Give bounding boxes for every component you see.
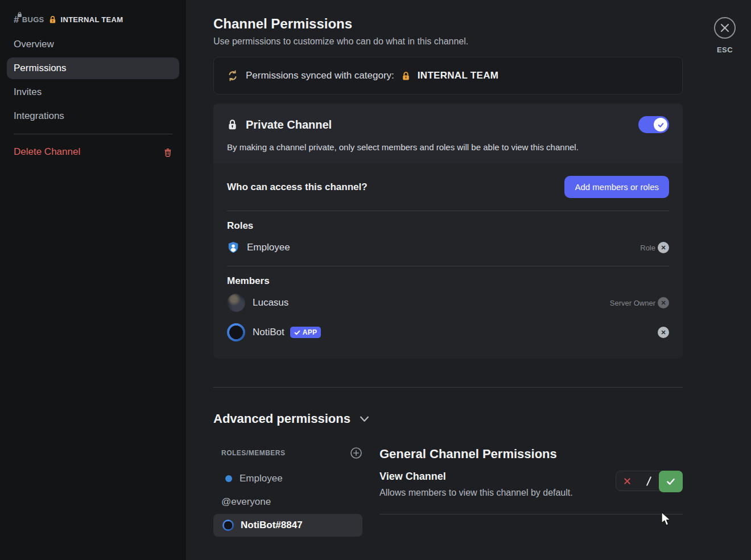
sidebar-item-invites[interactable]: Invites (7, 81, 179, 103)
permission-detail-panel: General Channel Permissions View Channel… (379, 447, 683, 537)
private-lock-icon (227, 119, 238, 130)
sync-banner-text: Permissions synced with category: (246, 70, 394, 81)
channel-settings-window: # BUGS INTERNAL TEAM Overview Permission… (0, 0, 751, 560)
sidebar-item-overview[interactable]: Overview (7, 34, 179, 55)
members-section: Members Lucasus Server Owner ✕ NotiBot (227, 266, 669, 351)
add-role-member-icon[interactable] (350, 447, 362, 459)
toggle-knob-check-icon (654, 118, 667, 131)
page-title: Channel Permissions (213, 16, 683, 32)
neutral-slash-icon (645, 476, 653, 486)
roles-heading: Roles (227, 220, 669, 232)
list-item-label: Employee (240, 473, 283, 484)
sidebar-nav: Overview Permissions Invites Integration… (0, 34, 186, 127)
roles-members-heading: ROLES/MEMBERS (221, 449, 286, 457)
advanced-permissions-toggle[interactable]: Advanced permissions (213, 411, 683, 426)
section-divider (213, 387, 683, 388)
role-tag: Role (640, 244, 655, 252)
channel-context-header: # BUGS INTERNAL TEAM (14, 15, 186, 24)
sidebar-item-label: Invites (14, 87, 42, 98)
member-name: Lucasus (253, 297, 288, 308)
app-badge-label: APP (303, 328, 317, 336)
advanced-permissions-title: Advanced permissions (213, 411, 350, 426)
app-badge-check-icon (294, 330, 300, 336)
general-permissions-title: General Channel Permissions (379, 447, 683, 462)
private-channel-card: Private Channel By making a channel priv… (213, 104, 683, 359)
roles-section: Roles Employee Role ✕ (227, 211, 669, 266)
esc-label: ESC (713, 46, 737, 54)
close-x-icon (713, 16, 737, 40)
list-item-label: NotiBot#8847 (241, 520, 303, 531)
member-avatar (227, 294, 245, 312)
chevron-down-icon (360, 415, 369, 423)
allow-button[interactable] (659, 471, 683, 492)
neutral-button[interactable] (638, 471, 659, 491)
app-badge: APP (290, 327, 321, 338)
list-item-notibot[interactable]: NotiBot#8847 (213, 514, 362, 537)
private-channel-description: By making a channel private, only select… (227, 142, 669, 152)
private-channel-title: Private Channel (246, 118, 332, 131)
sidebar-item-label: Integrations (14, 110, 64, 122)
channel-hash-lock-icon: # (14, 15, 19, 24)
permission-tri-state-control (616, 471, 683, 491)
deny-button[interactable] (616, 471, 638, 491)
role-name: Employee (247, 242, 290, 253)
sidebar-item-integrations[interactable]: Integrations (7, 105, 179, 127)
list-item-everyone[interactable]: @everyone (213, 491, 362, 513)
sync-icon (226, 69, 239, 82)
list-item-employee[interactable]: Employee (213, 467, 362, 490)
close-area: ESC (713, 16, 737, 54)
access-question: Who can access this channel? (227, 182, 368, 193)
settings-main: Channel Permissions Use permissions to c… (186, 0, 751, 560)
role-row: Employee Role ✕ (227, 233, 669, 262)
sidebar-item-label: Overview (14, 39, 54, 50)
role-dot-icon (225, 475, 232, 482)
sync-banner: Permissions synced with category: INTERN… (213, 57, 683, 94)
deny-x-icon (623, 477, 632, 485)
remove-member-button[interactable]: ✕ (658, 297, 669, 308)
advanced-permissions-panel: ROLES/MEMBERS Employee @everyone (213, 447, 683, 537)
bot-avatar-small (222, 520, 234, 531)
access-panel: Who can access this channel? Add members… (213, 163, 683, 359)
sidebar-item-permissions[interactable]: Permissions (7, 57, 179, 79)
trash-icon (163, 147, 172, 157)
remove-member-button[interactable]: ✕ (658, 327, 669, 338)
member-name: NotiBot (253, 327, 284, 338)
sync-banner-category: INTERNAL TEAM (418, 70, 498, 81)
remove-role-button[interactable]: ✕ (658, 242, 669, 253)
permission-description: Allows members to view this channel by d… (379, 488, 573, 498)
banner-lock-icon (401, 71, 411, 81)
private-channel-header: Private Channel By making a channel priv… (213, 104, 683, 163)
permission-row: View Channel Allows members to view this… (379, 471, 683, 498)
delete-channel-label: Delete Channel (14, 146, 80, 158)
member-tag: Server Owner (610, 299, 655, 307)
member-row: NotiBot APP ✕ (227, 318, 669, 347)
list-item-label: @everyone (221, 496, 271, 508)
sidebar-divider (14, 134, 172, 134)
sidebar-danger-zone: Delete Channel (0, 141, 186, 163)
permission-name: View Channel (379, 471, 573, 483)
page-subtitle: Use permissions to customize who can do … (213, 36, 683, 47)
category-name: INTERNAL TEAM (61, 15, 123, 24)
close-button[interactable] (713, 16, 737, 42)
settings-sidebar: # BUGS INTERNAL TEAM Overview Permission… (0, 0, 186, 560)
permission-divider (379, 514, 683, 514)
delete-channel-button[interactable]: Delete Channel (7, 141, 179, 163)
category-lock-icon (48, 15, 57, 24)
private-channel-toggle[interactable] (638, 116, 669, 133)
bot-avatar (227, 323, 245, 341)
member-row: Lucasus Server Owner ✕ (227, 288, 669, 318)
sidebar-item-label: Permissions (14, 63, 67, 74)
role-shield-icon (227, 241, 240, 254)
members-heading: Members (227, 275, 669, 287)
channel-name: BUGS (22, 15, 44, 24)
add-members-or-roles-button[interactable]: Add members or roles (564, 176, 669, 198)
allow-check-icon (666, 476, 676, 487)
roles-members-list: ROLES/MEMBERS Employee @everyone (213, 447, 362, 537)
